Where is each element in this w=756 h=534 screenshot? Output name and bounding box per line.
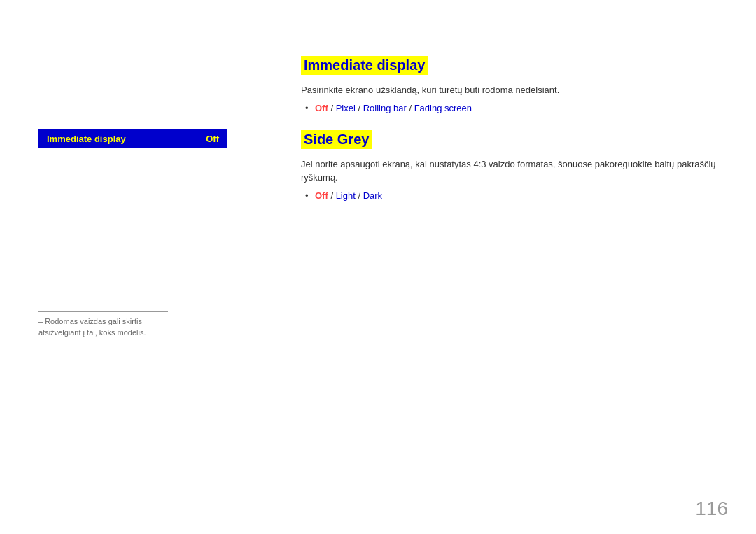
sep4: / xyxy=(328,190,336,201)
option2-off: Off xyxy=(315,190,328,201)
left-panel: Immediate display Off xyxy=(38,129,241,148)
option-rolling-bar: Rolling bar xyxy=(363,103,407,113)
section1-description: Pasirinkite ekrano užsklandą, kuri turėt… xyxy=(301,83,721,97)
page-number: 116 xyxy=(695,498,728,520)
section-immediate-display: Immediate display Pasirinkite ekrano užs… xyxy=(301,56,721,113)
option-dark: Dark xyxy=(363,190,382,201)
sep3: / xyxy=(407,103,414,113)
section2-option-list-item: Off / Light / Dark xyxy=(315,190,721,201)
section2-title: Side Grey xyxy=(301,130,372,149)
option-off: Off xyxy=(315,103,328,113)
page-container: Immediate display Off Immediate display … xyxy=(0,0,756,534)
footer-note: – Rodomas vaizdas gali skirtis atsižvelg… xyxy=(38,311,178,338)
section-side-grey: Side Grey Jei norite apsaugoti ekraną, k… xyxy=(301,130,721,201)
sep1: / xyxy=(328,103,336,113)
bar-label: Immediate display xyxy=(47,134,126,144)
sep2: / xyxy=(356,103,363,113)
footer-divider xyxy=(38,311,168,312)
option-pixel: Pixel xyxy=(336,103,356,113)
footer-text: – Rodomas vaizdas gali skirtis atsižvelg… xyxy=(38,316,178,338)
option-light: Light xyxy=(336,190,356,201)
option-fading-screen: Fading screen xyxy=(414,103,472,113)
section2-description: Jei norite apsaugoti ekraną, kai nustaty… xyxy=(301,157,721,185)
immediate-display-bar[interactable]: Immediate display Off xyxy=(38,129,227,148)
sep5: / xyxy=(356,190,363,201)
bar-value: Off xyxy=(206,134,219,144)
section2-options: Off / Light / Dark xyxy=(301,190,721,201)
section1-option-list-item: Off / Pixel / Rolling bar / Fading scree… xyxy=(315,103,721,113)
section1-title: Immediate display xyxy=(301,56,428,75)
right-content: Immediate display Pasirinkite ekrano užs… xyxy=(301,56,721,218)
section1-options: Off / Pixel / Rolling bar / Fading scree… xyxy=(301,103,721,113)
